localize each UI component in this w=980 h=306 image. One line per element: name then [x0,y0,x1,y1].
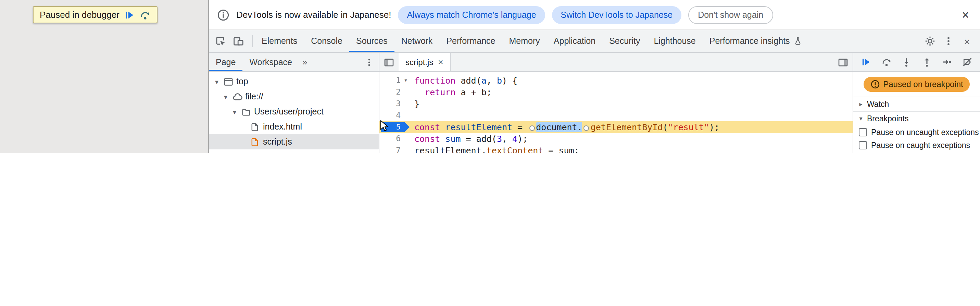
line-1-gutter[interactable]: 1▾ [379,75,411,86]
panel-tab-console[interactable]: Console [304,30,349,52]
main-toolbar: ElementsConsoleSourcesNetworkPerformance… [209,30,980,53]
panel-tab-label: Memory [509,36,540,46]
code-token [440,122,445,132]
step-location-marker[interactable] [529,126,535,131]
code-token [414,87,425,97]
editor-tab-script-js[interactable]: script.js × [399,53,451,71]
line-6-gutter[interactable]: 6 [379,133,411,145]
caret-down-icon[interactable]: ▾ [222,93,229,100]
deactivate-breakpoints-button[interactable] [961,56,974,69]
navigator-tab-page[interactable]: Page [209,53,242,71]
dont-show-again-button[interactable]: Don't show again [688,6,773,24]
devtools-window: DevTools is now available in Japanese! A… [208,0,980,153]
step-over-button[interactable] [880,56,892,69]
caret-right-icon: ▸ [858,101,864,108]
line-2-gutter[interactable]: 2 [379,86,411,98]
switch-devtools-to-japanese-button[interactable]: Switch DevTools to Japanese [552,6,682,24]
debugger-sidebar: Paused on breakpoint ▸Watch▾BreakpointsP… [853,53,980,153]
file-tree-item-users-user-project[interactable]: ▾Users/user/project [209,104,379,119]
code-token: 4 [512,134,517,144]
close-tab-icon[interactable]: × [438,57,443,67]
panel-tab-network[interactable]: Network [395,30,440,52]
step-out-button[interactable] [920,56,934,69]
file-tree-item-label: Users/user/project [254,107,324,116]
experiment-flask-icon [793,36,803,46]
panel-tab-performance-insights[interactable]: Performance insights [703,30,810,52]
inspect-element-icon[interactable] [213,33,228,49]
file-tree-item-script-js[interactable]: script.js [209,134,379,150]
editor-tabbar: script.js × [379,53,853,72]
more-tabs-icon[interactable]: » [299,57,310,67]
toolbar-divider [252,35,253,47]
code-fold-icon[interactable]: ▾ [401,75,410,86]
toggle-debugger-sidebar-icon[interactable] [834,53,853,71]
exception-option-pause-on-uncaught-exceptions[interactable]: Pause on uncaught exceptions [853,126,980,139]
navigator-tab-workspace[interactable]: Workspace [242,53,299,71]
code-token: = sum; [543,145,579,153]
section-breakpoints[interactable]: ▾Breakpoints [853,111,980,126]
code-line-6[interactable]: 6const sum = add(3, 4); [379,133,853,145]
code-line-5[interactable]: 5const resultElement = document.getEleme… [379,121,853,133]
paused-in-debugger-banner: Paused in debugger [33,6,158,23]
settings-gear-icon[interactable] [923,33,937,49]
panel-tab-memory[interactable]: Memory [502,30,547,52]
file-tree-item-top[interactable]: ▾top [209,74,379,89]
line-3-gutter[interactable]: 3 [379,98,411,110]
code-token: add( [455,75,481,86]
frame-icon [223,76,234,87]
code-line-2[interactable]: 2 return a + b; [379,86,853,98]
paused-line-marker: 5 [381,122,409,132]
panel-tab-performance[interactable]: Performance [439,30,502,52]
navigator-menu-icon[interactable] [362,55,376,69]
code-token: getElementById [591,122,663,132]
code-token: , [487,75,497,86]
file-tree: ▾top▾file://▾Users/user/projectindex.htm… [209,72,379,150]
exception-option-pause-on-caught-exceptions[interactable]: Pause on caught exceptions [853,139,980,151]
step-into-button[interactable] [900,56,913,69]
caret-down-icon[interactable]: ▾ [231,108,238,115]
code-token: const [414,134,440,144]
line-number: 7 [396,145,411,153]
panel-tab-application[interactable]: Application [547,30,602,52]
panel-tab-lighthouse[interactable]: Lighthouse [647,30,702,52]
panel-tab-label: Lighthouse [654,36,695,46]
toggle-navigator-icon[interactable] [379,53,399,71]
step-over-button[interactable] [140,9,151,20]
caret-down-icon[interactable]: ▾ [213,78,221,85]
code-line-4[interactable]: 4 [379,110,853,121]
code-line-7[interactable]: 7resultElement.textContent = sum; [379,145,853,153]
line-7-gutter[interactable]: 7 [379,145,411,153]
close-devtools-icon[interactable]: × [959,33,975,49]
file-tree-item-file[interactable]: ▾file:// [209,89,379,104]
code-line-text: function add(a, b) { [411,75,517,86]
exception-checkbox[interactable] [859,141,867,149]
section-watch[interactable]: ▸Watch [853,97,980,111]
navigator-tab-label: Workspace [249,57,292,67]
always-match-chromes-language-button[interactable]: Always match Chrome's language [398,6,545,24]
code-line-3[interactable]: 3} [379,98,853,110]
caret-down-icon: ▾ [858,115,864,122]
document-icon [250,122,260,132]
line-number: 4 [396,110,411,121]
device-toolbar-icon[interactable] [231,33,246,49]
exception-checkbox[interactable] [859,128,867,136]
code-line-1[interactable]: 1▾function add(a, b) { [379,75,853,86]
step-button[interactable] [940,56,954,69]
file-tree-item-index-html[interactable]: index.html [209,119,379,134]
panel-tab-sources[interactable]: Sources [349,30,395,52]
info-icon [217,9,229,21]
line-5-gutter[interactable]: 5 [379,121,411,133]
resume-script-button[interactable] [124,9,135,20]
panel-tab-elements[interactable]: Elements [255,30,304,52]
line-4-gutter[interactable]: 4 [379,110,411,121]
panel-tab-label: Performance [446,36,495,46]
step-location-marker[interactable] [584,126,589,131]
code-token: 3 [497,134,502,144]
panel-tab-security[interactable]: Security [602,30,647,52]
more-options-icon[interactable] [941,33,956,49]
infobar-close-icon[interactable]: × [959,9,972,21]
resume-button[interactable] [859,56,872,69]
paused-banner-label: Paused in debugger [40,10,119,20]
code-token: ); [517,134,528,144]
code-editor[interactable]: 1▾function add(a, b) {2 return a + b;3}4… [379,72,853,153]
